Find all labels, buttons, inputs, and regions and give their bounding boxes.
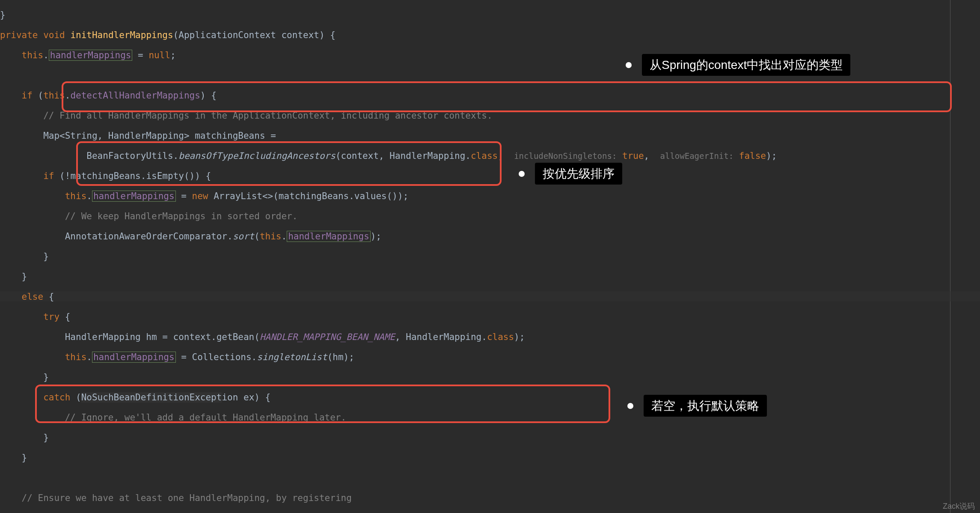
code-line: else { bbox=[0, 292, 980, 302]
code-line: } bbox=[0, 252, 980, 262]
code-line: // Ensure we have at least one HandlerMa… bbox=[0, 493, 980, 504]
code-line: this.handlerMappings = new ArrayList<>(m… bbox=[0, 191, 980, 202]
code-line: AnnotationAwareOrderComparator.sort(this… bbox=[0, 232, 980, 242]
annotation-label: 按优先级排序 bbox=[535, 163, 622, 185]
code-line: // Ignore, we'll add a default HandlerMa… bbox=[0, 413, 980, 423]
code-line: } bbox=[0, 272, 980, 282]
bullet-icon bbox=[519, 171, 525, 177]
code-line: } bbox=[0, 433, 980, 443]
bullet-icon bbox=[626, 62, 632, 68]
annotation-1: 从Spring的context中找出对应的类型 bbox=[626, 46, 850, 76]
code-line: Map<String, HandlerMapping> matchingBean… bbox=[0, 131, 980, 141]
code-line: // We keep HandlerMappings in sorted ord… bbox=[0, 212, 980, 222]
annotation-3: 若空，执行默认策略 bbox=[627, 387, 767, 417]
code-line: catch (NoSuchBeanDefinitionException ex)… bbox=[0, 393, 980, 403]
annotation-label: 从Spring的context中找出对应的类型 bbox=[642, 54, 850, 76]
code-line: try { bbox=[0, 312, 980, 322]
code-line: if (this.detectAllHandlerMappings) { bbox=[0, 91, 980, 101]
code-line bbox=[0, 473, 980, 483]
annotation-2: 按优先级排序 bbox=[519, 155, 622, 185]
bullet-icon bbox=[627, 403, 633, 409]
code-editor[interactable]: } private void initHandlerMappings(Appli… bbox=[0, 0, 980, 513]
annotation-label: 若空，执行默认策略 bbox=[644, 395, 767, 417]
code-line: BeanFactoryUtils.beansOfTypeIncludingAnc… bbox=[0, 151, 980, 161]
code-line: if (!matchingBeans.isEmpty()) { bbox=[0, 171, 980, 182]
code-line: HandlerMapping hm = context.getBean(HAND… bbox=[0, 332, 980, 343]
code-line: } bbox=[0, 10, 980, 21]
code-line: private void initHandlerMappings(Applica… bbox=[0, 30, 980, 41]
code-line: } bbox=[0, 453, 980, 463]
code-line: } bbox=[0, 373, 980, 383]
code-line: this.handlerMappings = Collections.singl… bbox=[0, 352, 980, 363]
code-line: // Find all HandlerMappings in the Appli… bbox=[0, 111, 980, 121]
watermark: Zack说码 bbox=[943, 502, 975, 510]
